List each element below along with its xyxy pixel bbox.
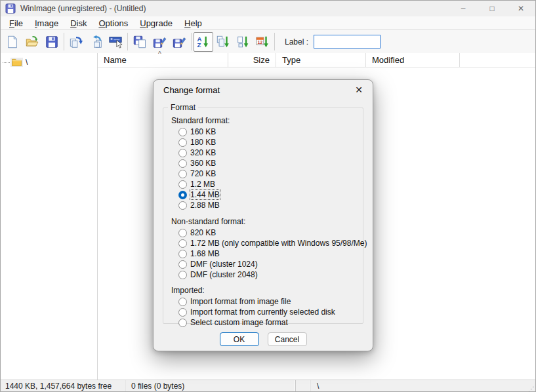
- radio-circle: [178, 180, 187, 189]
- cancel-button[interactable]: Cancel: [268, 332, 307, 346]
- sort-by-type-button[interactable]: [233, 32, 253, 52]
- radio-option-import-selected-disk[interactable]: Import format from currently selected di…: [178, 307, 360, 317]
- radio-option-1-72-mb[interactable]: 1.72 MB (only compatible with Windows 95…: [178, 238, 360, 248]
- imported-label: Imported:: [171, 286, 360, 296]
- radio-circle: [178, 229, 187, 237]
- tree-root-label: \: [26, 58, 28, 67]
- menu-file[interactable]: File: [3, 18, 29, 29]
- winimage-window: WinImage (unregistered) - (Untitled) – □…: [0, 0, 536, 392]
- format-group-label: Format: [168, 103, 198, 112]
- column-header-name[interactable]: Name: [98, 53, 228, 67]
- write-disk-button[interactable]: [150, 32, 169, 52]
- radio-option-2-88-mb[interactable]: 2.88 MB: [178, 200, 360, 210]
- dialog-close-icon[interactable]: ✕: [352, 83, 366, 97]
- menu-disk[interactable]: Disk: [64, 18, 93, 29]
- new-image-icon: [5, 35, 20, 49]
- menu-image[interactable]: Image: [29, 18, 64, 29]
- menu-options[interactable]: Options: [93, 18, 134, 29]
- open-image-button[interactable]: [22, 32, 42, 52]
- radio-option-1-68-mb[interactable]: 1.68 MB: [178, 248, 360, 259]
- column-header-spacer: [460, 53, 535, 67]
- save-image-button[interactable]: [42, 32, 62, 52]
- radio-option-dmf-2048[interactable]: DMF (cluster 2048): [178, 269, 360, 280]
- add-files-button[interactable]: [86, 32, 106, 52]
- sort-by-size-button[interactable]: [213, 32, 233, 52]
- maximize-button[interactable]: □: [478, 1, 506, 16]
- dialog-button-row: OK Cancel: [154, 332, 373, 346]
- radio-option-custom-format[interactable]: Select custom image format: [178, 317, 360, 328]
- tree-panel: \: [1, 53, 98, 380]
- sort-by-date-button[interactable]: 12: [253, 32, 272, 52]
- ok-button[interactable]: OK: [220, 332, 259, 346]
- app-floppy-icon: [5, 3, 16, 14]
- toolbar-separator: [127, 33, 128, 50]
- menu-upgrade[interactable]: Upgrade: [134, 18, 178, 29]
- sort-by-date-icon: 12: [255, 35, 270, 49]
- radio-option-1-2-mb[interactable]: 1.2 MB: [178, 179, 360, 189]
- sort-by-size-icon: [216, 35, 230, 49]
- sort-ascending-icon: ^: [158, 50, 161, 58]
- inject-label-button[interactable]: [106, 32, 125, 52]
- nonstandard-format-label: Non-standard format:: [171, 217, 360, 227]
- column-header-size[interactable]: Size: [228, 53, 276, 67]
- toolbar-separator: [191, 33, 192, 50]
- column-header-modified[interactable]: Modified: [366, 53, 460, 67]
- minimize-button[interactable]: –: [449, 1, 478, 16]
- radio-option-1-44-mb[interactable]: 1.44 MB: [178, 189, 360, 200]
- radio-circle: [178, 298, 187, 306]
- toolbar-separator: [64, 33, 64, 50]
- radio-circle: [178, 170, 187, 178]
- resize-grip[interactable]: [527, 380, 535, 391]
- close-button[interactable]: ✕: [506, 1, 535, 16]
- sort-by-name-button[interactable]: AZ: [194, 32, 213, 52]
- tree-root-item[interactable]: \: [1, 56, 97, 68]
- change-format-dialog: Change format ✕ Format Standard format: …: [153, 79, 373, 351]
- new-image-button[interactable]: [3, 32, 22, 52]
- radio-circle: [178, 271, 187, 279]
- extract-files-icon: [69, 35, 83, 49]
- menu-help[interactable]: Help: [178, 18, 208, 29]
- tree-connector: [3, 62, 10, 63]
- open-image-icon: [25, 35, 39, 49]
- radio-circle: [178, 250, 187, 258]
- format-disk-button[interactable]: [169, 32, 189, 52]
- radio-option-720-kb[interactable]: 720 KB: [178, 168, 360, 179]
- status-bar: 1440 KB, 1,457,664 bytes free 0 files (0…: [1, 380, 535, 391]
- status-current-path: \: [310, 380, 527, 391]
- radio-option-320-kb[interactable]: 320 KB: [178, 147, 360, 158]
- add-files-icon: [89, 35, 103, 49]
- read-disk-icon: [133, 35, 147, 49]
- radio-option-160-kb[interactable]: 160 KB: [178, 127, 360, 137]
- extract-files-button[interactable]: [66, 32, 86, 52]
- folder-icon: [10, 58, 23, 67]
- inject-label-icon: [108, 35, 123, 49]
- radio-circle: [178, 239, 187, 248]
- dialog-title-bar: Change format ✕: [154, 80, 373, 100]
- radio-option-import-image-file[interactable]: Import format from image file: [178, 296, 360, 307]
- radio-circle: [178, 260, 187, 269]
- label-caption: Label :: [285, 37, 308, 47]
- radio-option-180-kb[interactable]: 180 KB: [178, 137, 360, 147]
- label-input[interactable]: [314, 35, 381, 49]
- status-free-space: 1440 KB, 1,457,664 bytes free: [1, 380, 125, 391]
- column-header-row: ^ Name Size Type Modified: [98, 53, 535, 68]
- radio-option-360-kb[interactable]: 360 KB: [178, 158, 360, 168]
- save-image-icon: [45, 35, 59, 49]
- radio-option-820-kb[interactable]: 820 KB: [178, 227, 360, 238]
- sort-by-name-icon: AZ: [196, 35, 211, 49]
- standard-format-label: Standard format:: [171, 116, 360, 127]
- status-file-count: 0 files (0 bytes): [125, 380, 296, 391]
- read-disk-button[interactable]: [130, 32, 150, 52]
- status-empty-pane: [296, 380, 310, 391]
- dialog-title: Change format: [163, 85, 220, 95]
- write-disk-icon: [152, 35, 167, 49]
- radio-circle: [178, 149, 187, 157]
- window-title: WinImage (unregistered) - (Untitled): [20, 4, 146, 13]
- radio-circle: [178, 159, 187, 168]
- radio-option-dmf-1024[interactable]: DMF (cluster 1024): [178, 259, 360, 269]
- radio-circle: [178, 201, 187, 210]
- column-header-type[interactable]: Type: [276, 53, 366, 67]
- format-groupbox: Format Standard format: 160 KB 180 KB 32…: [163, 108, 363, 324]
- radio-circle: [178, 319, 187, 327]
- radio-circle-checked: [178, 191, 187, 199]
